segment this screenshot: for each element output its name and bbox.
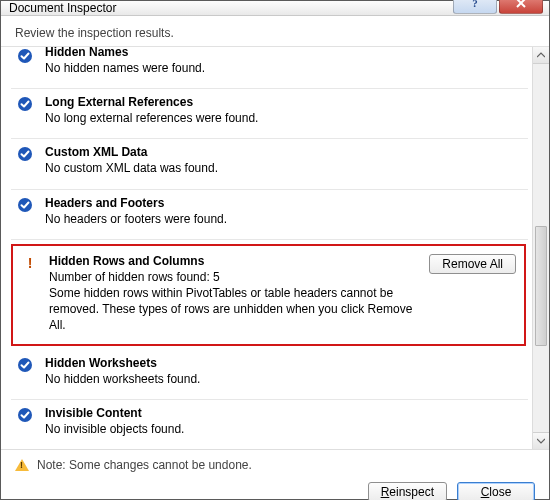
result-title: Invisible Content — [45, 406, 522, 420]
close-window-button[interactable] — [499, 0, 543, 14]
result-desc-line1: Number of hidden rows found: 5 — [49, 269, 421, 285]
results-area: Hidden Names No hidden names were found.… — [1, 47, 549, 449]
help-button[interactable]: ? — [453, 0, 497, 14]
result-desc-line2: Some hidden rows within PivotTables or t… — [49, 285, 421, 334]
check-icon — [17, 96, 35, 115]
vertical-scrollbar[interactable] — [532, 47, 549, 449]
footer-note: Note: Some changes cannot be undone. — [15, 458, 535, 472]
result-long-external-references: Long External References No long externa… — [11, 89, 528, 139]
check-icon — [17, 146, 35, 165]
result-desc: No headers or footers were found. — [45, 211, 522, 227]
check-icon — [17, 48, 35, 67]
reinspect-button[interactable]: Reinspect — [368, 482, 447, 500]
footer-note-text: Note: Some changes cannot be undone. — [37, 458, 252, 472]
dialog-footer: Note: Some changes cannot be undone. Rei… — [1, 449, 549, 500]
instruction-text: Review the inspection results. — [1, 16, 549, 47]
remove-all-button[interactable]: Remove All — [429, 254, 516, 274]
result-invisible-content: Invisible Content No invisible objects f… — [11, 400, 528, 449]
warning-icon: ! — [21, 255, 39, 271]
result-headers-footers: Headers and Footers No headers or footer… — [11, 190, 528, 240]
result-title: Custom XML Data — [45, 145, 522, 159]
result-title: Hidden Names — [45, 47, 522, 59]
result-desc: No long external references were found. — [45, 110, 522, 126]
result-desc: No custom XML data was found. — [45, 160, 522, 176]
svg-text:?: ? — [472, 0, 478, 9]
scrollbar-thumb[interactable] — [535, 226, 547, 346]
check-icon — [17, 407, 35, 426]
scrollbar-track[interactable] — [533, 64, 549, 432]
titlebar: Document Inspector ? — [1, 1, 549, 16]
result-custom-xml-data: Custom XML Data No custom XML data was f… — [11, 139, 528, 189]
result-desc: No hidden worksheets found. — [45, 371, 522, 387]
dialog-window: Document Inspector ? Review the inspecti… — [0, 0, 550, 500]
close-icon — [515, 0, 527, 9]
scroll-down-button[interactable] — [533, 432, 549, 449]
close-button[interactable]: Close — [457, 482, 535, 500]
result-hidden-rows-columns: ! Hidden Rows and Columns Number of hidd… — [13, 246, 524, 344]
check-icon — [17, 357, 35, 376]
help-icon: ? — [469, 0, 481, 9]
result-desc: No invisible objects found. — [45, 421, 522, 437]
scroll-up-button[interactable] — [533, 47, 549, 64]
chevron-down-icon — [537, 438, 545, 444]
result-title: Long External References — [45, 95, 522, 109]
result-hidden-names: Hidden Names No hidden names were found. — [11, 47, 528, 89]
results-list: Hidden Names No hidden names were found.… — [1, 47, 532, 449]
window-title: Document Inspector — [9, 1, 116, 15]
result-title: Headers and Footers — [45, 196, 522, 210]
chevron-up-icon — [537, 52, 545, 58]
warning-triangle-icon — [15, 459, 29, 471]
result-title: Hidden Worksheets — [45, 356, 522, 370]
result-hidden-worksheets: Hidden Worksheets No hidden worksheets f… — [11, 350, 528, 400]
highlighted-result: ! Hidden Rows and Columns Number of hidd… — [11, 244, 526, 346]
result-title: Hidden Rows and Columns — [49, 254, 421, 268]
check-icon — [17, 197, 35, 216]
result-desc: No hidden names were found. — [45, 60, 522, 76]
